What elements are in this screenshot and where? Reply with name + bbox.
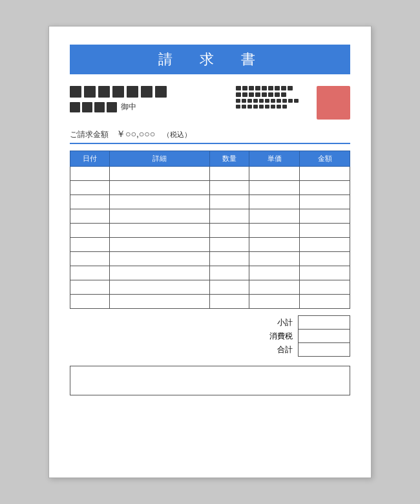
block5 [127,86,138,98]
block7 [155,86,167,98]
subtotal-row: 小計 [264,316,350,330]
gb4 [107,102,117,112]
gochuu-blocks [70,102,117,112]
gochuu-row: 御中 [70,101,236,112]
table-row [70,280,350,295]
subtotal-label: 小計 [264,316,299,330]
text-line-2 [236,92,299,97]
stamp-placeholder [317,86,350,120]
notes-box[interactable] [70,366,350,395]
billing-row: ご請求金額 ￥○○,○○○ （税込） [70,129,350,144]
billing-amount: ￥○○,○○○ [116,129,155,140]
block4 [112,86,124,98]
subtotal-value [299,316,350,330]
block6 [141,86,152,98]
invoice-table: 日付 詳細 数量 単価 金額 [70,151,350,309]
table-row [70,167,350,181]
billing-label: ご請求金額 [70,129,109,140]
text-line-4 [236,105,299,109]
summary-table: 小計 消費税 合計 [264,315,350,357]
top-section: 御中 [70,86,350,120]
gb1 [70,102,80,112]
table-row [70,238,350,252]
header-detail: 詳細 [109,151,210,167]
tax-label: 消費税 [264,330,299,343]
total-row: 合計 [264,343,350,357]
table-row [70,181,350,195]
table-row [70,266,350,280]
right-text-lines [236,86,299,109]
text-line-3 [236,99,299,103]
table-row [70,209,350,224]
total-value [299,343,350,357]
client-name-blocks [70,86,236,98]
billing-note: （税込） [163,130,191,140]
tax-row: 消費税 [264,330,350,343]
block1 [70,86,81,98]
header-date: 日付 [70,151,110,167]
table-row [70,252,350,266]
table-body [70,167,350,309]
block2 [84,86,96,98]
summary-section: 小計 消費税 合計 [70,315,350,357]
block3 [98,86,110,98]
invoice-paper: 請 求 書 御中 [48,26,372,478]
table-header-row: 日付 詳細 数量 単価 金額 [70,151,350,167]
header-qty: 数量 [210,151,249,167]
gochuu-label: 御中 [121,101,136,112]
header-amount: 金額 [300,151,350,167]
table-row [70,195,350,209]
header-unit: 単価 [249,151,300,167]
right-info [236,86,350,120]
tax-value [299,330,350,343]
table-row [70,295,350,309]
gb3 [94,102,105,112]
gb2 [82,102,92,112]
client-info: 御中 [70,86,236,120]
invoice-title: 請 求 書 [70,45,350,74]
text-line-1 [236,86,299,90]
table-row [70,224,350,238]
total-label: 合計 [264,343,299,357]
